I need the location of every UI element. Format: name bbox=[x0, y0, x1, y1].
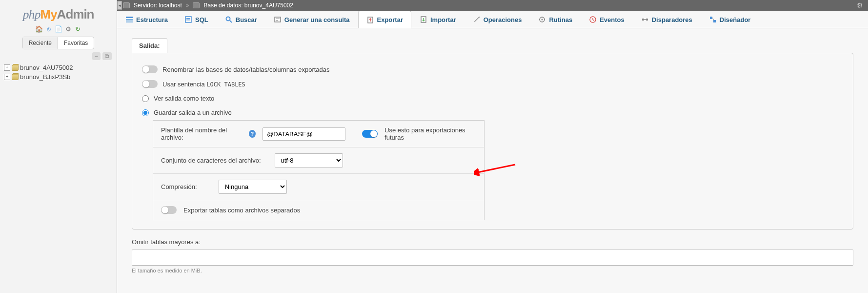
separate-files-label: Exportar tablas como archivos separados bbox=[183, 207, 300, 214]
home-icon[interactable]: 🏠 bbox=[35, 25, 43, 33]
db-item[interactable]: + brunov_BJixP3Sb bbox=[4, 72, 117, 82]
rename-toggle[interactable] bbox=[142, 65, 158, 73]
svg-rect-10 bbox=[276, 20, 278, 21]
compression-select[interactable]: Ninguna bbox=[219, 180, 287, 194]
file-options-panel: Plantilla del nombre del archivo: ? Use … bbox=[153, 120, 484, 220]
output-section: Renombrar las bases de datos/tablas/colu… bbox=[132, 53, 853, 230]
database-icon bbox=[12, 65, 19, 71]
tab-export[interactable]: Exportar bbox=[358, 11, 411, 28]
charset-label: Conjunto de caracteres del archivo: bbox=[161, 157, 261, 164]
docs-icon[interactable]: 📄 bbox=[55, 25, 62, 33]
tab-favorites[interactable]: Favoritas bbox=[58, 37, 94, 49]
charset-select[interactable]: utf-8 bbox=[275, 153, 343, 167]
compression-label: Compresión: bbox=[161, 183, 197, 190]
collapse-all-icon[interactable]: − bbox=[92, 52, 101, 60]
view-text-label: Ver salida como texto bbox=[154, 95, 214, 102]
link-icon[interactable]: ⧉ bbox=[102, 52, 112, 60]
save-file-radio[interactable] bbox=[142, 109, 149, 116]
tab-import[interactable]: Importar bbox=[411, 11, 464, 28]
main-panel: Servidor: localhost » Base de datos: bru… bbox=[117, 0, 868, 293]
reload-icon[interactable]: ↻ bbox=[74, 25, 82, 33]
skip-tables-label: Omitir tablas mayores a: bbox=[132, 238, 853, 246]
tab-designer[interactable]: Diseñador bbox=[701, 11, 759, 28]
svg-rect-4 bbox=[186, 18, 190, 19]
tab-recent[interactable]: Reciente bbox=[23, 37, 58, 49]
tab-search[interactable]: Buscar bbox=[217, 11, 265, 28]
svg-rect-8 bbox=[275, 17, 281, 22]
separate-files-toggle[interactable] bbox=[161, 206, 177, 214]
rename-label: Renombrar las bases de datos/tablas/colu… bbox=[162, 66, 330, 73]
top-tabs: Estructura SQL Buscar Generar una consul… bbox=[117, 11, 868, 28]
tab-query[interactable]: Generar una consulta bbox=[265, 11, 358, 28]
sidebar-collapse-button[interactable]: ◂ bbox=[117, 1, 122, 10]
breadcrumb: Servidor: localhost » Base de datos: bru… bbox=[117, 0, 868, 11]
skip-tables-input[interactable] bbox=[132, 250, 853, 266]
future-exports-toggle[interactable] bbox=[362, 130, 378, 138]
svg-rect-1 bbox=[126, 19, 133, 21]
svg-rect-0 bbox=[126, 17, 133, 18]
skip-tables-section: Omitir tablas mayores a: El tamaño es me… bbox=[132, 238, 853, 273]
settings-icon[interactable]: ⚙ bbox=[64, 25, 72, 33]
db-item[interactable]: + brunov_4AU75002 bbox=[4, 63, 117, 72]
lock-tables-label: Usar sentencia LOCK TABLES bbox=[162, 81, 245, 88]
db-name: brunov_BJixP3Sb bbox=[20, 73, 70, 81]
filename-template-label: Plantilla del nombre del archivo: bbox=[161, 126, 242, 141]
filename-template-input[interactable] bbox=[262, 127, 345, 141]
sidebar-panel-tabs: Reciente Favoritas bbox=[22, 37, 95, 49]
svg-rect-13 bbox=[479, 17, 480, 18]
server-icon bbox=[123, 2, 130, 8]
lock-tables-toggle[interactable] bbox=[142, 80, 158, 88]
expand-icon[interactable]: + bbox=[4, 74, 10, 80]
svg-line-7 bbox=[230, 21, 232, 22]
db-name: brunov_4AU75002 bbox=[20, 64, 73, 71]
tab-operations[interactable]: Operaciones bbox=[464, 11, 530, 28]
tab-triggers[interactable]: Disparadores bbox=[633, 11, 701, 28]
content-area: Salida: Renombrar las bases de datos/tab… bbox=[117, 28, 868, 293]
future-exports-label: Use esto para exportaciones futuras bbox=[384, 126, 476, 141]
svg-point-6 bbox=[226, 17, 230, 21]
svg-rect-20 bbox=[710, 17, 712, 19]
tab-routines[interactable]: Rutinas bbox=[530, 11, 581, 28]
svg-rect-5 bbox=[186, 20, 190, 21]
page-settings-icon[interactable]: ⚙ bbox=[857, 1, 863, 9]
save-file-label: Guardar salida a un archivo bbox=[154, 109, 232, 116]
output-section-title: Salida: bbox=[132, 38, 167, 53]
sidebar-toolbar: 🏠 ⎋ 📄 ⚙ ↻ bbox=[35, 25, 82, 33]
svg-point-15 bbox=[542, 19, 543, 21]
breadcrumb-database[interactable]: Base de datos: brunov_4AU75002 bbox=[203, 2, 293, 9]
svg-rect-18 bbox=[646, 19, 648, 21]
help-icon[interactable]: ? bbox=[249, 130, 256, 138]
breadcrumb-server[interactable]: Servidor: localhost bbox=[134, 2, 182, 9]
view-text-radio[interactable] bbox=[142, 95, 149, 102]
tab-sql[interactable]: SQL bbox=[176, 11, 217, 28]
tab-structure[interactable]: Estructura bbox=[117, 11, 176, 28]
logout-icon[interactable]: ⎋ bbox=[45, 25, 53, 33]
database-tree: + brunov_4AU75002 + brunov_BJixP3Sb bbox=[0, 63, 117, 82]
sidebar: phpMyAdmin 🏠 ⎋ 📄 ⚙ ↻ Reciente Favoritas … bbox=[0, 0, 117, 293]
svg-rect-9 bbox=[276, 19, 280, 19]
expand-icon[interactable]: + bbox=[4, 64, 10, 71]
logo: phpMyAdmin bbox=[22, 4, 94, 24]
svg-rect-2 bbox=[126, 21, 133, 22]
svg-rect-17 bbox=[642, 19, 644, 21]
database-icon bbox=[12, 74, 19, 80]
tab-events[interactable]: Eventos bbox=[581, 11, 633, 28]
skip-tables-hint: El tamaño es medido en MiB. bbox=[132, 268, 853, 273]
database-icon bbox=[193, 2, 200, 8]
